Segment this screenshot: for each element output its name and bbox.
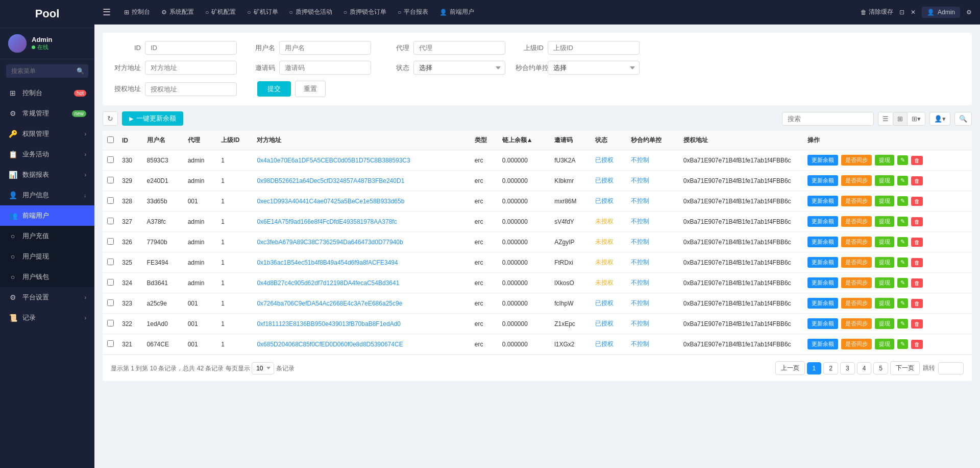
reset-button[interactable]: 重置 <box>295 81 326 97</box>
parent-id-input[interactable] <box>548 41 640 55</box>
sidebar-item-platform-settings[interactable]: ⚙ 平台设置 › <box>0 287 94 308</box>
page-jump-input[interactable] <box>938 362 964 375</box>
submit-button[interactable]: 提交 <box>257 81 291 97</box>
settings-btn[interactable]: ⚙ <box>966 9 972 16</box>
sync-btn[interactable]: 是否同步 <box>841 339 872 349</box>
flash-tag[interactable]: 不控制 <box>631 340 649 347</box>
withdraw-btn[interactable]: 提现 <box>875 318 894 329</box>
nav-miner-order[interactable]: ○ 矿机订单 <box>242 5 283 19</box>
row-checkbox[interactable] <box>107 156 114 163</box>
withdraw-btn[interactable]: 提现 <box>875 298 894 309</box>
refresh-button[interactable]: ↻ <box>103 111 118 126</box>
auth-addr-input[interactable] <box>145 82 237 96</box>
edit-btn[interactable]: ✎ <box>897 217 908 226</box>
flash-tag[interactable]: 不控制 <box>631 238 649 245</box>
update-balance-btn[interactable]: 更新余额 <box>807 277 838 288</box>
page-1-btn[interactable]: 1 <box>807 362 822 375</box>
withdraw-btn[interactable]: 提现 <box>875 257 894 268</box>
per-page-select[interactable]: 10 20 50 <box>252 362 274 375</box>
row-checkbox[interactable] <box>107 197 114 204</box>
address-link[interactable]: 0xec1D993A40441C4ae07425a5BeCe1e58B933d6… <box>257 198 404 205</box>
topbar-icon2[interactable]: ✕ <box>911 9 916 16</box>
flash-tag[interactable]: 不控制 <box>631 156 649 163</box>
row-checkbox[interactable] <box>107 238 114 245</box>
delete-btn[interactable]: 🗑 <box>911 156 923 165</box>
flash-tag[interactable]: 不控制 <box>631 279 649 286</box>
update-balance-btn[interactable]: 更新余额 <box>807 257 838 268</box>
update-balance-btn[interactable]: 更新余额 <box>807 318 838 329</box>
hamburger-icon[interactable]: ☰ <box>103 7 111 18</box>
opposite-addr-input[interactable] <box>145 61 237 75</box>
sync-btn[interactable]: 是否同步 <box>841 155 872 166</box>
status-tag[interactable]: 已授权 <box>595 299 614 307</box>
sidebar-item-dashboard[interactable]: ⊞ 控制台 hot <box>0 83 94 103</box>
delete-btn[interactable]: 🗑 <box>911 217 923 226</box>
page-5-btn[interactable]: 5 <box>873 362 888 375</box>
row-checkbox[interactable] <box>107 279 114 286</box>
address-link[interactable]: 0x1b36ac1B54ec51b4f8B49a454d6f9a8fACFE34… <box>257 259 398 266</box>
withdraw-btn[interactable]: 提现 <box>875 155 894 166</box>
flash-tag[interactable]: 不控制 <box>631 299 649 307</box>
delete-btn[interactable]: 🗑 <box>911 197 923 206</box>
clear-cache-btn[interactable]: 🗑 清除缓存 <box>861 8 893 16</box>
update-balance-btn[interactable]: 更新余额 <box>807 298 838 309</box>
sidebar-item-normal-mgmt[interactable]: ⚙ 常规管理 new <box>0 103 94 124</box>
withdraw-btn[interactable]: 提现 <box>875 237 894 247</box>
edit-btn[interactable]: ✎ <box>897 278 908 288</box>
table-search-input[interactable] <box>782 112 874 126</box>
flash-select[interactable]: 选择 控制 不控制 <box>548 61 640 75</box>
nav-front-user[interactable]: 👤 前端用户 <box>434 5 479 19</box>
update-balance-btn[interactable]: 更新余额 <box>807 339 838 349</box>
flash-tag[interactable]: 不控制 <box>631 320 649 327</box>
status-select[interactable]: 选择 已授权 未授权 <box>413 61 505 75</box>
username-input[interactable] <box>279 41 371 55</box>
edit-btn[interactable]: ✎ <box>897 176 908 185</box>
row-checkbox[interactable] <box>107 320 114 326</box>
id-input[interactable] <box>145 41 237 55</box>
status-tag[interactable]: 未授权 <box>595 259 614 266</box>
edit-btn[interactable]: ✎ <box>897 155 908 165</box>
grid-view-btn[interactable]: ⊞ <box>893 112 907 126</box>
sidebar-item-user-recharge[interactable]: ○ 用户充值 <box>0 226 94 246</box>
status-tag[interactable]: 已授权 <box>595 320 614 327</box>
row-checkbox[interactable] <box>107 340 114 347</box>
withdraw-btn[interactable]: 提现 <box>875 175 894 186</box>
topbar-icon1[interactable]: ⊡ <box>899 9 904 16</box>
address-link[interactable]: 0x4a10e70E6a1DF5A5CEBC0d05B1D75C8B388593… <box>257 157 410 164</box>
row-checkbox[interactable] <box>107 299 114 306</box>
row-checkbox[interactable] <box>107 218 114 224</box>
flash-tag[interactable]: 不控制 <box>631 218 649 225</box>
delete-btn[interactable]: 🗑 <box>911 278 923 288</box>
flash-tag[interactable]: 不控制 <box>631 259 649 266</box>
sidebar-item-data-report[interactable]: 📊 数据报表 › <box>0 165 94 185</box>
withdraw-btn[interactable]: 提现 <box>875 339 894 349</box>
sync-btn[interactable]: 是否同步 <box>841 237 872 247</box>
update-balance-button[interactable]: ▶ 一键更新余额 <box>122 111 183 126</box>
delete-btn[interactable]: 🗑 <box>911 299 923 308</box>
nav-pledge-order[interactable]: ○ 质押锁仓订单 <box>338 5 391 19</box>
address-link[interactable]: 0xf1811123E8136BB950e439013fB70baB8F1edA… <box>257 320 401 327</box>
sync-btn[interactable]: 是否同步 <box>841 257 872 268</box>
address-link[interactable]: 0x7264ba706C9efDA54Ac2668E4c3A7eE686a25c… <box>257 300 402 307</box>
address-link[interactable]: 0x98DB526621a64Dec5cfD324857A487B3FBe240… <box>257 177 404 184</box>
sidebar-item-front-user[interactable]: 👥 前端用户 <box>0 205 94 226</box>
edit-btn[interactable]: ✎ <box>897 298 908 308</box>
update-balance-btn[interactable]: 更新余额 <box>807 196 838 206</box>
admin-badge[interactable]: 👤 Admin <box>922 7 960 18</box>
address-link[interactable]: 0x685D204068C85f0CfED0D060f0e8d8D5390674… <box>257 341 403 348</box>
sync-btn[interactable]: 是否同步 <box>841 277 872 288</box>
status-tag[interactable]: 已授权 <box>595 197 614 204</box>
search-input[interactable] <box>6 64 88 78</box>
delete-btn[interactable]: 🗑 <box>911 258 923 267</box>
sidebar-item-records[interactable]: 📜 记录 › <box>0 308 94 328</box>
row-checkbox[interactable] <box>107 259 114 265</box>
sidebar-item-user-withdraw[interactable]: ○ 用户提现 <box>0 246 94 267</box>
nav-pledge-activity[interactable]: ○ 质押锁仓活动 <box>284 5 337 19</box>
status-tag[interactable]: 未授权 <box>595 238 614 245</box>
sidebar-item-perm-mgmt[interactable]: 🔑 权限管理 › <box>0 124 94 144</box>
edit-btn[interactable]: ✎ <box>897 319 908 329</box>
prev-page-btn[interactable]: 上一页 <box>775 361 805 375</box>
edit-btn[interactable]: ✎ <box>897 196 908 206</box>
nav-miner-config[interactable]: ○ 矿机配置 <box>200 5 241 19</box>
delete-btn[interactable]: 🗑 <box>911 176 923 185</box>
